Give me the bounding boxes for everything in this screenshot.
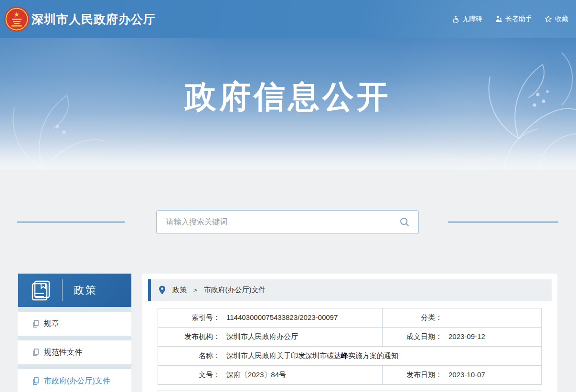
index-number-cell: 索引号：114403000075433823/2023-00097 — [158, 308, 383, 328]
written-date-value: 2023-09-12 — [448, 332, 485, 340]
sidebar-header-label: 政策 — [74, 283, 97, 297]
sidebar-header: 政策 — [18, 274, 131, 307]
document-name-value: 深圳市人民政府关于印发深圳市碳达峰实施方案的通知 — [226, 351, 398, 360]
location-pin-icon — [159, 286, 166, 295]
document-icon — [32, 377, 40, 385]
star-icon — [544, 15, 552, 23]
header-utility-links: 无障碍 长者助手 收藏 — [452, 0, 568, 38]
search-input[interactable] — [157, 211, 391, 233]
accessibility-label: 无障碍 — [462, 15, 482, 23]
publish-date-value: 2023-10-07 — [448, 371, 485, 379]
document-number-value: 深府〔2023〕84号 — [226, 371, 286, 379]
document-name-pre: 深圳市人民政府关于印发深圳市碳达 — [226, 351, 341, 360]
document-number-cell: 文号：深府〔2023〕84号 — [158, 366, 383, 385]
decorative-divider-line — [448, 222, 558, 222]
favorite-label: 收藏 — [555, 15, 568, 23]
issuing-agency-label: 发布机构： — [158, 332, 220, 341]
document-name-post: 实施方案的通知 — [348, 351, 398, 360]
search-bar — [156, 210, 419, 234]
national-emblem-icon: ★ — [4, 6, 30, 32]
favorite-link[interactable]: 收藏 — [544, 15, 568, 23]
sidebar-item-regulations[interactable]: 规章 — [18, 312, 131, 336]
search-icon — [399, 216, 410, 228]
document-icon — [32, 320, 40, 328]
document-icon — [32, 349, 40, 356]
document-metadata-table: 索引号：114403000075433823/2023-00097 分类： 发布… — [158, 308, 542, 385]
page-title: 政府信息公开 — [0, 75, 576, 118]
svg-text:★: ★ — [14, 11, 20, 18]
wheelchair-icon — [452, 15, 459, 23]
content-panel: 政策 > 市政府(办公厅)文件 索引号：114403000075433823/2… — [142, 274, 557, 392]
elder-assistant-link[interactable]: 长者助手 — [495, 15, 532, 23]
sidebar-item-label: 市政府(办公厅)文件 — [44, 376, 110, 386]
table-row: 文号：深府〔2023〕84号 发布日期：2023-10-07 — [158, 366, 542, 385]
index-number-value: 114403000075433823/2023-00097 — [226, 313, 338, 321]
breadcrumb-accent-bar — [148, 279, 151, 301]
category-label: 分类： — [383, 313, 442, 322]
sidebar-item-municipal-documents[interactable]: 市政府(办公厅)文件 — [18, 369, 131, 392]
publish-date-label: 发布日期： — [383, 371, 442, 380]
elder-assistant-label: 长者助手 — [505, 15, 532, 23]
search-button[interactable] — [391, 211, 418, 233]
accessibility-link[interactable]: 无障碍 — [452, 15, 482, 23]
sidebar-item-label: 规章 — [44, 319, 59, 329]
document-name-highlight: 峰 — [341, 351, 348, 360]
publish-date-cell: 发布日期：2023-10-07 — [383, 366, 542, 385]
document-number-label: 文号： — [158, 371, 220, 380]
page-banner: 政府信息公开 — [0, 38, 576, 170]
sidebar-item-normative-documents[interactable]: 规范性文件 — [18, 340, 131, 364]
sidebar-header-divider — [62, 279, 63, 301]
book-icon — [30, 279, 53, 301]
breadcrumb-separator: > — [193, 286, 197, 294]
policy-sidebar: 政策 规章 规范性文件 — [18, 274, 131, 392]
category-cell: 分类： — [383, 308, 542, 328]
table-row: 名称：深圳市人民政府关于印发深圳市碳达峰实施方案的通知 — [158, 347, 542, 366]
main-section: 政策 规章 规范性文件 — [0, 170, 576, 392]
issuing-agency-value: 深圳市人民政府办公厅 — [226, 332, 298, 340]
decorative-divider-line — [17, 222, 125, 222]
document-name-label: 名称： — [158, 351, 220, 360]
written-date-label: 成文日期： — [383, 332, 442, 341]
elder-icon — [495, 15, 502, 23]
sidebar-item-label: 规范性文件 — [44, 348, 82, 358]
breadcrumb: 政策 > 市政府(办公厅)文件 — [148, 279, 552, 301]
site-title: 深圳市人民政府办公厅 — [32, 11, 156, 27]
index-number-label: 索引号： — [158, 313, 220, 322]
breadcrumb-item-municipal-documents[interactable]: 市政府(办公厅)文件 — [204, 286, 266, 295]
table-row: 索引号：114403000075433823/2023-00097 分类： — [158, 308, 542, 328]
breadcrumb-item-policy[interactable]: 政策 — [172, 286, 187, 295]
document-name-cell: 名称：深圳市人民政府关于印发深圳市碳达峰实施方案的通知 — [158, 347, 542, 366]
top-header-bar: ★ 深圳市人民政府办公厅 无障碍 长者助手 — [0, 0, 576, 38]
table-row: 发布机构：深圳市人民政府办公厅 成文日期：2023-09-12 — [158, 328, 542, 347]
issuing-agency-cell: 发布机构：深圳市人民政府办公厅 — [158, 328, 383, 347]
written-date-cell: 成文日期：2023-09-12 — [383, 328, 542, 347]
